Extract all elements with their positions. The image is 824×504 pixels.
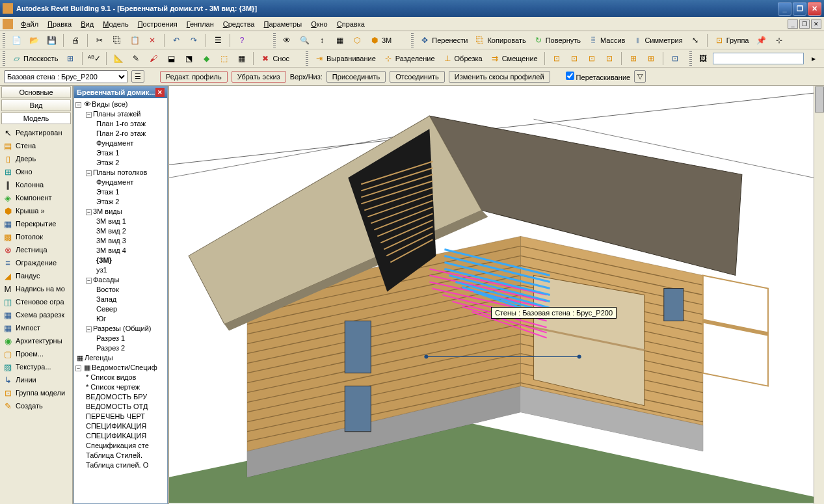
tree-item[interactable]: Спецификация сте: [86, 442, 149, 449]
browser-close-icon[interactable]: ✕: [155, 88, 165, 97]
menu-edit[interactable]: Правка: [44, 19, 75, 29]
designbar-tool-16[interactable]: ◉Архитектурны: [0, 334, 72, 347]
pin-button[interactable]: 📌: [754, 33, 769, 47]
tree-item[interactable]: 3М вид 1: [96, 217, 126, 225]
element-properties-button[interactable]: ☰: [131, 70, 144, 83]
zoom-button[interactable]: 🔍: [297, 33, 312, 47]
render-button[interactable]: 🖼: [695, 51, 711, 66]
doc-restore-button[interactable]: ❐: [799, 20, 810, 29]
group-button[interactable]: ⊡Группа: [711, 33, 752, 47]
tree-item[interactable]: * Список видов: [86, 373, 136, 381]
tree-item[interactable]: ВЕДОМОСТЬ ОТД: [86, 403, 148, 410]
type-selector[interactable]: Базовая стена : Брус_Р200: [4, 70, 127, 83]
offset-button[interactable]: ⇉Смещение: [487, 51, 540, 66]
drag-checkbox[interactable]: [566, 72, 574, 80]
wall-join-button[interactable]: ◆: [198, 51, 214, 66]
tree-item[interactable]: 3М вид 3: [96, 237, 126, 245]
paint-button[interactable]: 🖌: [146, 51, 161, 66]
designbar-tool-19[interactable]: ↳Линии: [0, 373, 72, 386]
demolish-button[interactable]: ✖Снос: [258, 51, 292, 66]
designbar-tab-basics[interactable]: Основные: [1, 86, 71, 98]
tree-views-all[interactable]: Виды (все): [92, 100, 128, 108]
tree-sections[interactable]: Разрезы (Общий): [93, 325, 152, 332]
delete-button[interactable]: ✕: [144, 33, 160, 47]
tree-item[interactable]: уз1: [96, 266, 107, 274]
copy-tool-button[interactable]: ⿻Копировать: [472, 33, 528, 47]
open-button[interactable]: 📂: [26, 33, 42, 47]
designbar-tool-20[interactable]: ⊡Группа модели: [0, 386, 72, 399]
redo-button[interactable]: ↷: [186, 33, 202, 47]
trim-button[interactable]: ⊥Обрезка: [440, 51, 485, 66]
tree-item[interactable]: Этаж 2: [96, 159, 119, 166]
linework-button[interactable]: ✎: [128, 51, 144, 66]
tree-item[interactable]: Фундамент: [96, 139, 133, 147]
tree-item[interactable]: Юг: [96, 315, 106, 323]
split-button[interactable]: ⊹Разделение: [380, 51, 438, 66]
tree-item[interactable]: СПЕЦИФИКАЦИЯ: [86, 422, 146, 430]
menu-draft[interactable]: Построения: [134, 19, 181, 29]
move-button[interactable]: ✥Перенести: [417, 33, 470, 47]
designbar-tool-21[interactable]: ✎Создать: [0, 399, 72, 412]
tree-item[interactable]: СПЕЦИФИКАЦИЯ: [86, 432, 146, 440]
edit-profile-button[interactable]: Редакт. профиль: [160, 71, 228, 83]
dyn-view-button[interactable]: 👁: [279, 33, 295, 47]
tree-item[interactable]: Таблица стилей. О: [86, 461, 148, 469]
help-button[interactable]: ?: [234, 33, 250, 47]
maximize-button[interactable]: ❐: [793, 2, 806, 16]
print-button[interactable]: 🖨: [68, 33, 83, 47]
box-button[interactable]: ⬚: [216, 51, 232, 66]
cut-button[interactable]: ✂: [92, 33, 107, 47]
tree-item[interactable]: 3М вид 2: [96, 227, 126, 235]
tree-item[interactable]: Этаж 1: [96, 188, 119, 196]
designbar-tool-17[interactable]: ▢Проем...: [0, 347, 72, 360]
tree-item[interactable]: 3М вид 4: [96, 246, 126, 254]
filter-button[interactable]: ▽: [634, 70, 646, 83]
designbar-tool-2[interactable]: ▯Дверь: [0, 152, 72, 165]
tree-item[interactable]: Разрез 2: [96, 344, 125, 352]
undo-button[interactable]: ↶: [168, 33, 184, 47]
rotate-button[interactable]: ↻Повернуть: [531, 33, 583, 47]
render-input[interactable]: [713, 53, 804, 64]
view-tab-button[interactable]: ⊡: [667, 51, 683, 66]
tree-3d-views[interactable]: 3М виды: [93, 207, 122, 215]
designbar-tool-0[interactable]: ↖Редактирован: [0, 126, 72, 139]
doc-close-button[interactable]: ✕: [811, 20, 821, 29]
render-go-button[interactable]: ▸: [806, 51, 821, 66]
workplane-button[interactable]: ▱Плоскость: [8, 51, 60, 66]
menu-help[interactable]: Справка: [333, 19, 369, 29]
tree-schedules[interactable]: Ведомости/Специф: [92, 364, 157, 371]
thin-lines-button[interactable]: ↕: [314, 33, 330, 47]
edit-sweeps-button[interactable]: Изменить скосы профилей: [449, 71, 550, 83]
grid-button[interactable]: ⊞: [62, 51, 78, 66]
tree-item[interactable]: Этаж 2: [96, 198, 119, 206]
tree-item[interactable]: План 2-го этаж: [96, 129, 146, 137]
join-button[interactable]: ⬓: [163, 51, 179, 66]
new-button[interactable]: 📄: [8, 33, 24, 47]
tree-ceiling-plans[interactable]: Планы потолков: [93, 168, 147, 176]
unpin-button[interactable]: ⊹: [771, 33, 787, 47]
designbar-tool-9[interactable]: ⊗Лестница: [0, 243, 72, 256]
paste-button[interactable]: 📋: [127, 33, 142, 47]
designbar-tool-14[interactable]: ▦Схема разрезк: [0, 308, 72, 321]
menu-settings[interactable]: Параметры: [260, 19, 306, 29]
tree-item[interactable]: Разрез 1: [96, 334, 125, 342]
copy-button[interactable]: ⿻: [109, 33, 125, 47]
tree-item[interactable]: ПЕРЕЧЕНЬ ЧЕРТ: [86, 412, 145, 420]
tree-legends[interactable]: Легенды: [85, 354, 113, 362]
designbar-tool-13[interactable]: ◫Стеновое огра: [0, 295, 72, 308]
designbar-tool-4[interactable]: ∥Колонна: [0, 178, 72, 191]
designbar-tool-8[interactable]: ▩Потолок: [0, 230, 72, 243]
menu-file[interactable]: Файл: [17, 19, 42, 29]
align-button[interactable]: ⇥Выравнивание: [312, 51, 379, 66]
tree-item[interactable]: Этаж 1: [96, 149, 119, 157]
finish-sketch-button[interactable]: Убрать эскиз: [232, 71, 286, 83]
attach-button[interactable]: Присоединить: [326, 71, 386, 83]
shading-button[interactable]: ▦: [332, 33, 347, 47]
designbar-tool-1[interactable]: ▤Стена: [0, 139, 72, 152]
close-button[interactable]: ✕: [808, 2, 821, 16]
tree-item[interactable]: Восток: [96, 285, 119, 293]
solid-button[interactable]: ▦: [233, 51, 249, 66]
vertical-scrollbar[interactable]: [814, 86, 824, 504]
designbar-tool-15[interactable]: ▦Импост: [0, 321, 72, 334]
unjoin-button[interactable]: ⬔: [181, 51, 196, 66]
